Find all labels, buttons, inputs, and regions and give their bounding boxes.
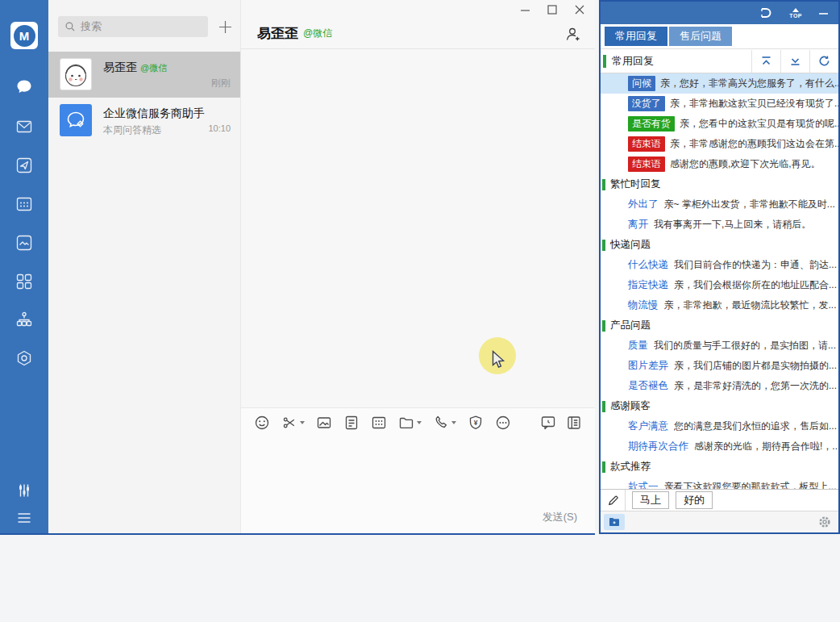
reply-label: 指定快递: [628, 278, 668, 292]
reply-item[interactable]: 离开我有事离开一下,马上回来，请稍后。: [601, 215, 838, 235]
workbench-icon[interactable]: [15, 157, 33, 174]
avatar: [60, 58, 92, 90]
window-controls: [519, 4, 585, 15]
reply-label: 什么快递: [628, 258, 668, 272]
image-icon[interactable]: [316, 415, 332, 431]
reply-tabs: 常用回复 售后问题: [601, 24, 838, 48]
chat-time: 刚刚: [211, 77, 231, 90]
message-panel-icon[interactable]: [566, 415, 582, 431]
reply-item[interactable]: 是否褪色亲，是非常好清洗的，您第一次洗的...: [601, 376, 838, 396]
emoji-icon[interactable]: [254, 415, 270, 431]
app-logo: M: [10, 22, 38, 49]
chat-list-item[interactable]: 企业微信服务商助手 本周问答精选 10:10: [48, 98, 240, 144]
section-color-bar: [602, 240, 605, 251]
reply-item[interactable]: 是否有货亲，您看中的这款宝贝是有现货的呢...: [601, 114, 838, 134]
magnet-icon[interactable]: [759, 6, 773, 19]
add-member-icon[interactable]: [564, 26, 580, 42]
tab-aftersales[interactable]: 售后问题: [669, 27, 732, 46]
toolbar-right-group: [540, 415, 582, 431]
chat-name: 企业微信服务商助手: [103, 106, 205, 121]
reply-label: 质量: [628, 339, 648, 353]
reply-item[interactable]: 图片差异亲，我们店铺的图片都是实物拍摄的...: [601, 356, 838, 376]
chat-history-icon[interactable]: [540, 415, 556, 431]
expand-bottom-icon[interactable]: [780, 50, 809, 73]
menu-icon[interactable]: [15, 509, 33, 527]
search-input[interactable]: 搜索: [58, 16, 208, 37]
minimize-icon[interactable]: [519, 4, 530, 15]
section-color-bar: [602, 401, 605, 412]
reply-label: 离开: [628, 218, 648, 232]
gallery-icon[interactable]: [15, 234, 33, 252]
chat-header: 易歪歪@微信: [241, 0, 595, 49]
panel-minimize-icon[interactable]: [818, 8, 829, 19]
chat-list-panel: 搜索 易歪歪@微信 刚刚 企业微信服务商助手 本周问答精选 10:10: [48, 0, 240, 533]
left-sidebar: M: [0, 0, 48, 533]
reply-item[interactable]: 质量我们的质量与手工很好的，是实拍图，请...: [601, 336, 838, 356]
reply-section-header[interactable]: 感谢顾客: [601, 396, 838, 416]
reply-tag: 结束语: [628, 157, 665, 172]
message-area: [241, 49, 595, 407]
quick-reply-panel: TOP 常用回复 售后问题 常用回复 问候亲，您好，非常高兴为您服务了，有什么.…: [599, 0, 840, 534]
screenshot-icon[interactable]: [281, 415, 305, 431]
more-icon[interactable]: [495, 415, 511, 431]
reply-tag: 没货了: [628, 96, 665, 111]
chat-icon[interactable]: [15, 77, 33, 95]
dropdown-caret-icon: [417, 421, 422, 424]
close-icon[interactable]: [574, 4, 585, 15]
add-chat-button[interactable]: [216, 18, 234, 35]
collapse-top-icon[interactable]: [751, 50, 780, 73]
org-chart-icon[interactable]: [15, 311, 33, 328]
tab-common-replies[interactable]: 常用回复: [605, 27, 667, 46]
reply-panel-bottombar: [601, 511, 838, 532]
quick-reply-button[interactable]: 好的: [676, 491, 713, 509]
chat-window: 易歪歪@微信 ¥: [240, 0, 595, 533]
filters-icon[interactable]: [15, 482, 33, 499]
dropdown-caret-icon: [451, 421, 456, 424]
reply-section-header[interactable]: 款式推荐: [601, 457, 838, 477]
reply-item[interactable]: 期待再次合作感谢亲的光临，期待再合作啦!，...: [601, 436, 838, 457]
reply-item[interactable]: 问候亲，您好，非常高兴为您服务了，有什么...: [601, 73, 838, 94]
file-icon[interactable]: [343, 415, 360, 431]
folder-icon[interactable]: [604, 514, 625, 530]
reply-item[interactable]: 结束语感谢您的惠顾,欢迎下次光临,再见。: [601, 154, 838, 174]
reply-item[interactable]: 款式一亲看下这款跟您要的那款款式，板型上...: [601, 477, 838, 489]
wechat-badge: @微信: [140, 63, 167, 73]
edit-pencil-icon[interactable]: [601, 490, 626, 511]
reply-item[interactable]: 结束语亲，非常感谢您的惠顾我们这边会在第...: [601, 134, 838, 154]
call-icon[interactable]: [433, 415, 456, 431]
chat-list-item[interactable]: 易歪歪@微信 刚刚: [48, 52, 240, 98]
reply-label: 是否褪色: [628, 379, 668, 393]
card-icon[interactable]: [371, 415, 387, 431]
refresh-icon[interactable]: [809, 50, 838, 73]
section-color-bar: [602, 320, 605, 332]
search-placeholder: 搜索: [81, 19, 102, 34]
reply-item[interactable]: 没货了亲，非常抱歉这款宝贝已经没有现货了...: [601, 94, 838, 114]
reply-group-header: 常用回复: [601, 48, 838, 73]
reply-section-header[interactable]: 快递问题: [601, 235, 838, 255]
package-icon[interactable]: [15, 349, 33, 367]
reply-tag: 问候: [628, 76, 655, 91]
triangle-up-icon: [792, 8, 799, 12]
schedule-icon[interactable]: [15, 195, 33, 213]
top-icon[interactable]: TOP: [789, 8, 802, 19]
mail-icon[interactable]: [15, 118, 33, 136]
reply-item[interactable]: 客户满意您的满意是我们永恒的追求，售后如...: [601, 416, 838, 436]
reply-tag: 是否有货: [628, 116, 675, 131]
reply-item[interactable]: 指定快递亲，我们会根据你所在的地址匹配合...: [601, 275, 838, 295]
red-packet-icon[interactable]: ¥: [468, 415, 484, 431]
reply-item[interactable]: 外出了亲~ 掌柜外出发货，非常抱歉不能及时...: [601, 194, 838, 215]
apps-icon[interactable]: [15, 273, 33, 290]
chat-title: 易歪歪@微信: [257, 24, 332, 43]
quick-reply-button[interactable]: 马上: [632, 491, 669, 509]
settings-gear-icon[interactable]: [817, 515, 832, 529]
cursor-pointer: [492, 350, 506, 374]
quick-actions-row: 马上 好的: [601, 489, 838, 511]
reply-section-header[interactable]: 产品问题: [601, 315, 838, 336]
folder-icon[interactable]: [398, 415, 422, 431]
send-button[interactable]: 发送(S): [543, 510, 577, 524]
reply-item[interactable]: 物流慢亲，非常抱歉，最近物流比较繁忙，发...: [601, 295, 838, 315]
maximize-icon[interactable]: [547, 4, 558, 15]
svg-text:¥: ¥: [474, 418, 478, 426]
reply-section-header[interactable]: 繁忙时回复: [601, 174, 838, 194]
reply-item[interactable]: 什么快递我们目前合作的快递为：申通、韵达...: [601, 255, 838, 275]
